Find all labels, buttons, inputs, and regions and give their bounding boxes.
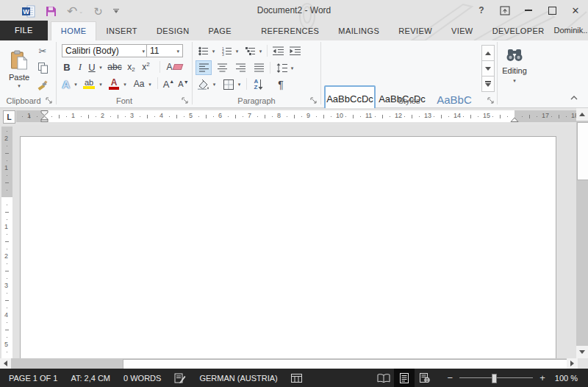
styles-scroll-up[interactable] (481, 45, 495, 61)
undo-dropdown-icon[interactable]: ⌄ (79, 9, 83, 14)
highlight-dropdown-icon[interactable]: ▾ (97, 77, 104, 91)
zoom-slider[interactable] (459, 377, 533, 378)
styles-more-button[interactable] (481, 76, 495, 92)
save-icon[interactable] (46, 6, 57, 17)
strikethrough-button[interactable]: abc (107, 60, 123, 74)
page-indicator[interactable]: PAGE 1 OF 1 (0, 374, 64, 383)
shading-button[interactable] (196, 77, 211, 91)
shrink-font-button[interactable]: A▼ (176, 77, 190, 91)
highlight-color-button[interactable]: ab (82, 77, 96, 91)
justify-button[interactable] (251, 61, 266, 74)
styles-scroll-down[interactable] (481, 60, 495, 77)
user-account[interactable]: Dominik... ▾ (554, 20, 588, 40)
tab-view[interactable]: VIEW (442, 21, 483, 40)
scroll-right-button[interactable] (567, 358, 578, 369)
underline-dropdown-icon[interactable]: ▾ (97, 60, 104, 74)
macro-recording-icon[interactable] (284, 374, 309, 383)
font-size-select[interactable]: 11▾ (146, 44, 183, 57)
tab-insert[interactable]: INSERT (96, 21, 147, 40)
vertical-ruler[interactable]: 2112345 (1, 127, 12, 358)
subscript-button[interactable]: x2 (125, 60, 137, 74)
show-formatting-button[interactable]: ¶ (273, 77, 288, 91)
format-painter-button[interactable] (35, 78, 50, 91)
horizontal-scroll-thumb[interactable] (123, 359, 567, 369)
undo-icon[interactable]: ↶⌄ (67, 5, 83, 18)
redo-icon[interactable]: ↻ (93, 6, 103, 17)
proofing-status-icon[interactable] (168, 373, 193, 383)
tab-references[interactable]: REFERENCES (251, 21, 329, 40)
tab-stop-selector[interactable]: L (3, 110, 15, 124)
close-icon[interactable]: ✕ (567, 3, 584, 18)
clear-formatting-button[interactable]: A (165, 60, 183, 74)
tab-mailings[interactable]: MAILINGS (329, 21, 389, 40)
copy-button[interactable] (35, 61, 50, 74)
font-color-button[interactable]: A (107, 77, 121, 91)
font-color-dropdown-icon[interactable]: ▾ (121, 77, 129, 91)
tab-developer[interactable]: DEVELOPER (483, 21, 554, 40)
collapse-ribbon-button[interactable] (566, 92, 582, 104)
text-effects-button[interactable]: A (60, 77, 72, 91)
align-right-button[interactable] (233, 61, 248, 74)
bullets-button[interactable] (197, 44, 210, 57)
increase-indent-button[interactable] (287, 44, 302, 57)
right-indent-marker[interactable] (510, 117, 519, 122)
document-area[interactable] (0, 125, 576, 358)
language-indicator[interactable]: GERMAN (AUSTRIA) (193, 374, 284, 383)
multilevel-list-button[interactable] (244, 44, 257, 57)
word-count[interactable]: 0 WORDS (117, 374, 168, 383)
tab-page-layout[interactable]: PAGE LAYOUT (199, 21, 252, 40)
print-layout-button[interactable] (394, 369, 415, 387)
decrease-indent-button[interactable] (270, 44, 285, 57)
bold-button[interactable]: B (61, 60, 73, 74)
read-mode-button[interactable] (373, 369, 394, 387)
ribbon-display-options-icon[interactable] (497, 3, 513, 18)
paragraph-dialog-launcher[interactable] (310, 97, 318, 104)
scroll-down-button[interactable] (576, 346, 588, 358)
bullets-dropdown-icon[interactable]: ▾ (210, 44, 217, 57)
document-page[interactable] (20, 136, 556, 359)
change-case-dropdown-icon[interactable]: ▾ (146, 77, 154, 91)
minimize-icon[interactable] (520, 3, 537, 18)
shading-dropdown-icon[interactable]: ▾ (211, 77, 218, 91)
indent-markers[interactable] (40, 110, 49, 122)
tab-review[interactable]: REVIEW (389, 21, 442, 40)
vertical-scroll-thumb[interactable] (577, 122, 588, 180)
numbering-button[interactable]: 123 (220, 44, 234, 57)
scroll-left-button[interactable] (0, 358, 11, 369)
font-dialog-launcher[interactable] (182, 97, 189, 104)
horizontal-ruler[interactable]: 11234567891011121314151718 (16, 110, 576, 122)
styles-dialog-launcher[interactable] (487, 97, 495, 104)
align-center-button[interactable] (215, 61, 229, 74)
vertical-scrollbar[interactable] (576, 108, 588, 358)
zoom-in-button[interactable]: + (537, 372, 548, 383)
paste-button[interactable]: Paste ▾ (6, 43, 32, 95)
borders-dropdown-icon[interactable]: ▾ (236, 77, 243, 91)
line-spacing-dropdown-icon[interactable]: ▾ (289, 61, 295, 74)
italic-button[interactable]: I (75, 60, 85, 74)
tab-design[interactable]: DESIGN (147, 21, 199, 40)
maximize-icon[interactable] (544, 3, 560, 18)
zoom-out-button[interactable]: − (445, 372, 456, 383)
font-name-select[interactable]: Calibri (Body)▾ (62, 44, 148, 57)
change-case-button[interactable]: Aa (132, 77, 146, 91)
underline-button[interactable]: U (87, 60, 97, 74)
superscript-button[interactable]: x2 (140, 60, 152, 74)
web-layout-button[interactable] (415, 369, 435, 387)
borders-button[interactable] (221, 77, 236, 91)
horizontal-scrollbar[interactable] (0, 358, 588, 369)
sort-button[interactable]: AZ (251, 77, 267, 91)
help-icon[interactable]: ? (473, 3, 490, 18)
numbering-dropdown-icon[interactable]: ▾ (234, 44, 240, 57)
qat-customize-icon[interactable] (113, 9, 119, 13)
clipboard-dialog-launcher[interactable] (46, 97, 53, 104)
zoom-level[interactable]: 100 % (548, 374, 588, 383)
grow-font-button[interactable]: A▲ (162, 77, 176, 91)
tab-file[interactable]: FILE (0, 21, 48, 40)
cut-button[interactable]: ✂ (35, 44, 50, 57)
scroll-up-button[interactable] (576, 108, 588, 121)
tab-home[interactable]: HOME (51, 21, 97, 40)
align-left-button[interactable] (196, 61, 211, 74)
text-effects-dropdown-icon[interactable]: ▾ (72, 77, 79, 91)
editing-button[interactable]: Editing ▾ (500, 43, 529, 88)
zoom-slider-thumb[interactable] (492, 374, 497, 383)
